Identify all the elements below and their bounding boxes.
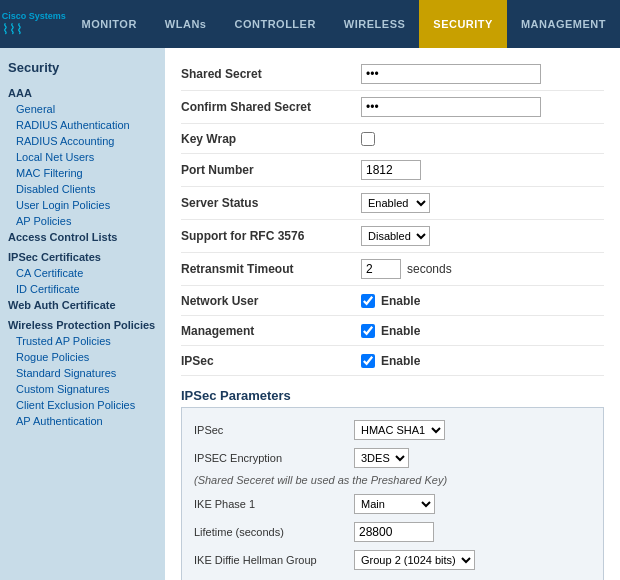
key-wrap-label: Key Wrap: [181, 132, 361, 146]
confirm-shared-secret-label: Confirm Shared Secret: [181, 100, 361, 114]
server-status-select[interactable]: Enabled Disabled: [361, 193, 430, 213]
ipsec-algo-select[interactable]: HMAC SHA1 HMAC MD5 None: [354, 420, 445, 440]
port-number-row: Port Number: [181, 154, 604, 187]
retransmit-timeout-value: seconds: [361, 259, 604, 279]
retransmit-timeout-input[interactable]: [361, 259, 401, 279]
nav-wireless[interactable]: WIRELESS: [330, 0, 419, 48]
key-wrap-checkbox[interactable]: [361, 132, 375, 146]
ipsec-encryption-label: IPSEC Encryption: [194, 452, 354, 464]
ipsec-value: Enable: [361, 354, 604, 368]
network-user-row: Network User Enable: [181, 286, 604, 316]
logo-area: Cisco Systems ⌇⌇⌇: [0, 0, 68, 48]
sidebar-item-radius-auth[interactable]: RADIUS Authentication: [4, 117, 161, 133]
retransmit-timeout-label: Retransmit Timeout: [181, 262, 361, 276]
ike-phase1-label: IKE Phase 1: [194, 498, 354, 510]
shared-secret-row: Shared Secret: [181, 58, 604, 91]
sidebar-item-disabled-clients[interactable]: Disabled Clients: [4, 181, 161, 197]
ipsec-preshared-note: (Shared Seceret will be used as the Pres…: [194, 472, 591, 490]
rfc3576-label: Support for RFC 3576: [181, 229, 361, 243]
ipsec-label: IPSec: [181, 354, 361, 368]
sidebar-section-acl[interactable]: Access Control Lists: [4, 229, 161, 245]
nav-menu: MONITOR WLANs CONTROLLER WIRELESS SECURI…: [68, 0, 620, 48]
ipsec-algo-row: IPSec HMAC SHA1 HMAC MD5 None: [194, 416, 591, 444]
sidebar-title: Security: [4, 56, 161, 81]
logo-graphic: ⌇⌇⌇: [2, 21, 66, 37]
main-layout: Security AAA General RADIUS Authenticati…: [0, 48, 620, 580]
ike-dh-group-row: IKE Diffie Hellman Group Group 1 (768 bi…: [194, 546, 591, 574]
network-user-value: Enable: [361, 294, 604, 308]
sidebar-section-web-auth[interactable]: Web Auth Certificate: [4, 297, 161, 313]
ipsec-enable-label: Enable: [381, 354, 420, 368]
shared-secret-value: [361, 64, 604, 84]
company-name: Cisco Systems: [2, 11, 66, 22]
nav-monitor[interactable]: MONITOR: [68, 0, 151, 48]
management-row: Management Enable: [181, 316, 604, 346]
sidebar-item-local-net-users[interactable]: Local Net Users: [4, 149, 161, 165]
nav-security[interactable]: SECURITY: [419, 0, 507, 48]
confirm-shared-secret-input[interactable]: [361, 97, 541, 117]
server-status-row: Server Status Enabled Disabled: [181, 187, 604, 220]
sidebar-item-rogue[interactable]: Rogue Policies: [4, 349, 161, 365]
ipsec-checkbox[interactable]: [361, 354, 375, 368]
seconds-unit-label: seconds: [407, 262, 452, 276]
lifetime-input[interactable]: [354, 522, 434, 542]
sidebar-section-aaa: AAA: [4, 81, 161, 101]
rfc3576-select[interactable]: Enabled Disabled: [361, 226, 430, 246]
management-checkbox[interactable]: [361, 324, 375, 338]
management-enable-label: Enable: [381, 324, 420, 338]
network-user-label: Network User: [181, 294, 361, 308]
ike-phase1-row: IKE Phase 1 Main Aggressive: [194, 490, 591, 518]
shared-secret-input[interactable]: [361, 64, 541, 84]
sidebar-item-general[interactable]: General: [4, 101, 161, 117]
ipsec-row: IPSec Enable: [181, 346, 604, 376]
network-user-checkbox[interactable]: [361, 294, 375, 308]
ipsec-params-title: IPSec Parameters: [181, 380, 604, 407]
retransmit-timeout-row: Retransmit Timeout seconds: [181, 253, 604, 286]
nav-management[interactable]: MANAGEMENT: [507, 0, 620, 48]
port-number-value: [361, 160, 604, 180]
sidebar-item-ap-policies[interactable]: AP Policies: [4, 213, 161, 229]
management-label: Management: [181, 324, 361, 338]
sidebar-section-ipsec: IPSec Certificates: [4, 245, 161, 265]
sidebar-section-wireless-protection: Wireless Protection Policies: [4, 313, 161, 333]
confirm-shared-secret-value: [361, 97, 604, 117]
sidebar: Security AAA General RADIUS Authenticati…: [0, 48, 165, 580]
sidebar-item-standard-sig[interactable]: Standard Signatures: [4, 365, 161, 381]
sidebar-item-ca-cert[interactable]: CA Certificate: [4, 265, 161, 281]
content-area: Shared Secret Confirm Shared Secret Key …: [165, 48, 620, 580]
confirm-shared-secret-row: Confirm Shared Secret: [181, 91, 604, 124]
ipsec-params-section: IPSec Parameters IPSec HMAC SHA1 HMAC MD…: [181, 380, 604, 580]
network-user-enable-label: Enable: [381, 294, 420, 308]
ike-phase1-select[interactable]: Main Aggressive: [354, 494, 435, 514]
ipsec-inner-panel: IPSec HMAC SHA1 HMAC MD5 None IPSEC Encr…: [181, 407, 604, 580]
port-number-label: Port Number: [181, 163, 361, 177]
nav-controller[interactable]: CONTROLLER: [220, 0, 329, 48]
key-wrap-row: Key Wrap: [181, 124, 604, 154]
sidebar-item-client-exclusion[interactable]: Client Exclusion Policies: [4, 397, 161, 413]
ipsec-encryption-row: IPSEC Encryption 3DES AES DES None: [194, 444, 591, 472]
ipsec-algo-label: IPSec: [194, 424, 354, 436]
ipsec-encryption-select[interactable]: 3DES AES DES None: [354, 448, 409, 468]
rfc3576-row: Support for RFC 3576 Enabled Disabled: [181, 220, 604, 253]
sidebar-item-id-cert[interactable]: ID Certificate: [4, 281, 161, 297]
sidebar-item-radius-accounting[interactable]: RADIUS Accounting: [4, 133, 161, 149]
top-navigation-bar: Cisco Systems ⌇⌇⌇ MONITOR WLANs CONTROLL…: [0, 0, 620, 48]
rfc3576-value: Enabled Disabled: [361, 226, 604, 246]
sidebar-item-user-login[interactable]: User Login Policies: [4, 197, 161, 213]
sidebar-item-ap-auth[interactable]: AP Authentication: [4, 413, 161, 429]
ike-dh-group-select[interactable]: Group 1 (768 bits) Group 2 (1024 bits) G…: [354, 550, 475, 570]
port-number-input[interactable]: [361, 160, 421, 180]
ike-dh-group-label: IKE Diffie Hellman Group: [194, 554, 354, 566]
server-status-value: Enabled Disabled: [361, 193, 604, 213]
sidebar-item-trusted-ap[interactable]: Trusted AP Policies: [4, 333, 161, 349]
nav-wlans[interactable]: WLANs: [151, 0, 221, 48]
management-value: Enable: [361, 324, 604, 338]
shared-secret-label: Shared Secret: [181, 67, 361, 81]
key-wrap-value: [361, 132, 604, 146]
server-status-label: Server Status: [181, 196, 361, 210]
lifetime-label: Lifetime (seconds): [194, 526, 354, 538]
sidebar-item-custom-sig[interactable]: Custom Signatures: [4, 381, 161, 397]
lifetime-row: Lifetime (seconds): [194, 518, 591, 546]
sidebar-item-mac-filtering[interactable]: MAC Filtering: [4, 165, 161, 181]
